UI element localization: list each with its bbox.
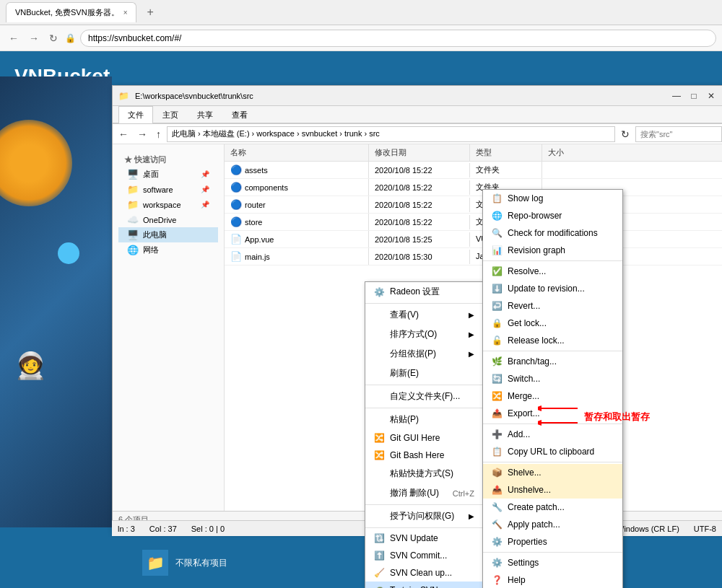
table-row[interactable]: 🔵store 2020/10/8 15:22 文件夹	[225, 214, 722, 231]
url-input[interactable]	[80, 30, 716, 47]
merge-icon: 🔀	[492, 391, 503, 401]
table-row[interactable]: 📄App.vue 2020/10/8 15:25 VUE 文件	[225, 231, 722, 248]
minimize-button[interactable]: —	[669, 88, 684, 104]
ctx-divider	[365, 504, 483, 505]
ctx-paste-shortcut[interactable]: 粘贴快捷方式(S)	[365, 464, 483, 483]
quick-access-label: ★ 快速访问	[118, 153, 218, 167]
undo-shortcut: Ctrl+Z	[453, 489, 474, 498]
browser-tab[interactable]: VNBucket, 免费SVN服务器。 ×	[6, 2, 136, 22]
pin-icon2: 📌	[201, 185, 209, 193]
ctx-paste[interactable]: 粘贴(P)	[365, 410, 483, 429]
nav-back-button[interactable]: ←	[116, 127, 131, 141]
close-button[interactable]: ✕	[703, 88, 719, 104]
ctx-add-label: Add...	[508, 429, 530, 439]
ribbon: 文件 主页 共享 查看	[113, 106, 722, 124]
ctx-create-patch[interactable]: 🔧 Create patch...	[483, 499, 622, 516]
ctx-radeon[interactable]: ⚙️ Radeon 设置	[365, 282, 483, 302]
ctx-undo[interactable]: 撤消 删除(U) Ctrl+Z	[365, 483, 483, 503]
ribbon-tab-share[interactable]: 共享	[188, 106, 222, 123]
tab-close-button[interactable]: ×	[123, 9, 128, 17]
sidebar-workspace-label: workspace	[143, 201, 181, 209]
gitbash-icon: 🔀	[374, 450, 386, 460]
new-tab-button[interactable]: +	[141, 3, 159, 22]
sidebar-item-thispc[interactable]: 🖥️ 此电脑	[118, 227, 218, 242]
pin-icon3: 📌	[201, 201, 209, 209]
ctx-svn-cleanup-label: SVN Clean up...	[390, 568, 452, 578]
browser-forward-button[interactable]: →	[26, 30, 42, 47]
ctx-view[interactable]: 查看(V) ▶	[365, 305, 483, 325]
sidebar-software-label: software	[143, 185, 173, 194]
ctx-show-log[interactable]: 📋 Show log	[483, 190, 622, 207]
refresh-button[interactable]: ↻	[618, 127, 632, 141]
ctx-check-mods-label: Check for modifications	[508, 228, 598, 238]
ctx-apply-patch[interactable]: 🔨 Apply patch...	[483, 516, 622, 533]
col-header-type: 类型	[470, 144, 542, 161]
ctx-check-mods[interactable]: 🔍 Check for modifications	[483, 224, 622, 242]
ctx-customize[interactable]: 自定义文件夹(F)...	[365, 387, 483, 406]
ctx-svn-cleanup[interactable]: 🧹 SVN Clean up...	[365, 564, 483, 582]
ctx-resolve[interactable]: ✅ Resolve...	[483, 263, 622, 280]
svn-background: 🧑‍🚀	[0, 76, 112, 527]
ctx-divider	[483, 351, 622, 351]
ctx-revert[interactable]: ↩️ Revert...	[483, 297, 622, 315]
sidebar-onedrive-label: OneDrive	[143, 216, 176, 224]
ribbon-tab-home[interactable]: 主页	[153, 106, 188, 123]
table-row[interactable]: 🔵components 2020/10/8 15:22 文件夹	[225, 179, 722, 196]
ctx-svn-update[interactable]: 🔃 SVN Update	[365, 530, 483, 547]
desktop-icon: 🖥️	[127, 169, 139, 180]
ctx-create-patch-label: Create patch...	[508, 502, 565, 512]
browser-back-button[interactable]: ←	[6, 30, 22, 47]
ctx-refresh-label: 刷新(E)	[390, 367, 419, 379]
nav-forward-button[interactable]: →	[134, 127, 150, 141]
ctx-properties[interactable]: ⚙️ Properties	[483, 533, 622, 550]
col-header-name: 名称	[225, 144, 369, 161]
apply-icon: 🔨	[492, 519, 503, 530]
file-list-header: 名称 修改日期 类型 大小	[225, 144, 722, 162]
submenu-arrow: ▶	[469, 512, 474, 520]
ctx-access[interactable]: 授予访问权限(G) ▶	[365, 506, 483, 526]
browser-refresh-button[interactable]: ↻	[46, 30, 61, 47]
ctx-help[interactable]: ❓ Help	[483, 571, 622, 588]
check-icon: 🔍	[492, 228, 503, 238]
ctx-unshelve[interactable]: 📤 Unshelve...	[483, 481, 622, 499]
ctx-refresh[interactable]: 刷新(E)	[365, 364, 483, 383]
sidebar-item-workspace[interactable]: 📁 workspace 📌	[118, 197, 218, 212]
table-row[interactable]: 🔵assets 2020/10/8 15:22 文件夹	[225, 162, 722, 179]
nav-up-button[interactable]: ↑	[153, 127, 164, 141]
maximize-button[interactable]: □	[686, 88, 702, 104]
sidebar-item-onedrive[interactable]: ☁️ OneDrive	[118, 212, 218, 227]
ctx-release-lock[interactable]: 🔓 Release lock...	[483, 332, 622, 349]
ctx-apply-patch-label: Apply patch...	[508, 519, 560, 530]
ctx-get-lock[interactable]: 🔒 Get lock...	[483, 315, 622, 332]
table-row[interactable]: 🔵router 2020/10/8 15:22 文件夹	[225, 196, 722, 214]
ctx-undo-label: 撤消 删除(U)	[390, 487, 439, 499]
ctx-unshelve-label: Unshelve...	[508, 485, 551, 495]
ctx-settings[interactable]: ⚙️ Settings	[483, 554, 622, 571]
table-row[interactable]: 📄main.js 2020/10/8 15:30 JavaScript 文	[225, 248, 722, 266]
ctx-divider	[483, 462, 622, 462]
ribbon-tab-file[interactable]: 文件	[118, 106, 153, 123]
ctx-switch[interactable]: 🔄 Switch...	[483, 370, 622, 387]
ctx-shelve[interactable]: 📦 Shelve...	[483, 464, 622, 481]
ctx-sort[interactable]: 排序方式(O) ▶	[365, 325, 483, 344]
sidebar-item-desktop[interactable]: 🖥️ 桌面 📌	[118, 167, 218, 182]
bg-astronaut: 🧑‍🚀	[14, 351, 47, 381]
quick-access-section: ★ 快速访问 🖥️ 桌面 📌 📁 software 📌 📁 workspace …	[113, 150, 224, 260]
ctx-revision-graph[interactable]: 📊 Revision graph	[483, 242, 622, 259]
ctx-update-rev[interactable]: ⬇️ Update to revision...	[483, 280, 622, 297]
bg-dot	[58, 242, 79, 264]
breadcrumb[interactable]: 此电脑 › 本地磁盘 (E:) › workspace › svnbucket …	[167, 126, 615, 142]
ctx-branch-tag[interactable]: 🌿 Branch/tag...	[483, 353, 622, 370]
ctx-copy-url[interactable]: 📋 Copy URL to clipboard	[483, 443, 622, 460]
ctx-gitbash[interactable]: 🔀 Git Bash Here	[365, 447, 483, 464]
search-input[interactable]	[635, 126, 722, 142]
ctx-group[interactable]: 分组依据(P) ▶	[365, 344, 483, 364]
sidebar-item-network[interactable]: 🌐 网络	[118, 242, 218, 258]
ctx-tortoisesvn[interactable]: 🐢 TortoiseSVN ▶	[365, 582, 483, 588]
sidebar-item-software[interactable]: 📁 software 📌	[118, 182, 218, 197]
ctx-repo-browser[interactable]: 🌐 Repo-browser	[483, 207, 622, 224]
sidebar-thispc-label: 此电脑	[143, 229, 167, 240]
ribbon-tab-view[interactable]: 查看	[222, 106, 257, 123]
ctx-gitgui[interactable]: 🔀 Git GUI Here	[365, 429, 483, 447]
ctx-svn-commit[interactable]: ⬆️ SVN Commit...	[365, 547, 483, 564]
